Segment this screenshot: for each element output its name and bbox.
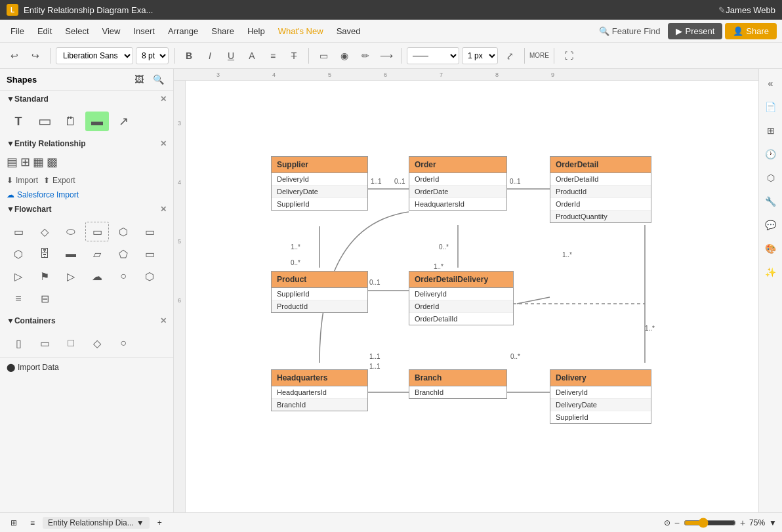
salesforce-import-button[interactable]: ☁ Salesforce Import — [0, 189, 173, 201]
fc-hex[interactable]: ⬡ — [7, 244, 30, 264]
feature-find-btn[interactable]: 🔍 Feature Find — [594, 24, 666, 39]
fc-angled[interactable]: ⬡ — [112, 222, 135, 241]
align-button[interactable]: ≡ — [264, 47, 282, 65]
magic-icon[interactable]: ✨ — [762, 263, 780, 281]
fc-list2[interactable]: ⊟ — [33, 289, 56, 308]
import-button[interactable]: ⬇ Import — [7, 176, 38, 185]
entity-order[interactable]: Order OrderId OrderDate HeadquartersId — [409, 156, 507, 211]
connection-button[interactable]: ⟶ — [377, 47, 396, 65]
fc-rounded2[interactable]: ▭ — [138, 244, 161, 264]
section-er[interactable]: ▼ Entity Relationship ✕ — [0, 135, 173, 152]
fc-flag[interactable]: ⚑ — [33, 266, 56, 286]
pages-icon[interactable]: 📄 — [762, 98, 780, 116]
zoom-slider[interactable] — [684, 518, 736, 528]
list-view-btn[interactable]: ≡ — [25, 517, 40, 529]
line-color-button[interactable]: ✏ — [356, 47, 375, 65]
entity-branch[interactable]: Branch BranchId — [409, 369, 507, 399]
palette-icon[interactable]: 🎨 — [762, 239, 780, 258]
zoom-dropdown-icon[interactable]: ▼ — [769, 518, 777, 527]
italic-button[interactable]: I — [201, 47, 219, 65]
menu-file[interactable]: File — [5, 24, 30, 39]
clock-icon[interactable]: 🕐 — [762, 145, 780, 163]
present-button[interactable]: ▶ Present — [668, 23, 722, 39]
menu-whats-new[interactable]: What's New — [273, 24, 329, 39]
er-shape-4[interactable]: ▩ — [47, 155, 58, 169]
undo-button[interactable]: ↩ — [5, 47, 24, 65]
underline-button[interactable]: U — [222, 47, 240, 65]
diagram-canvas[interactable]: 1..1 0..1 0..1 0..1 1..* 1..* 0..* 1..* … — [186, 81, 758, 512]
er-shape-1[interactable]: ▤ — [7, 155, 18, 169]
fc-cylinder[interactable]: 🗄 — [33, 244, 56, 264]
menu-view[interactable]: View — [97, 24, 126, 39]
close-standard-icon[interactable]: ✕ — [160, 94, 167, 104]
close-containers-icon[interactable]: ✕ — [160, 316, 167, 325]
collapse-right-icon[interactable]: « — [762, 74, 780, 92]
add-tab-btn[interactable]: + — [152, 517, 167, 529]
fc-rect[interactable]: ▭ — [7, 222, 30, 241]
share-button[interactable]: 👤 Share — [725, 23, 777, 39]
fc-parallel[interactable]: ▱ — [85, 244, 109, 264]
redo-button[interactable]: ↪ — [26, 47, 45, 65]
strikethrough-button[interactable]: T — [285, 47, 303, 65]
fc-shield[interactable]: ⬡ — [138, 266, 161, 286]
close-er-icon[interactable]: ✕ — [160, 139, 167, 148]
fc-trapez[interactable]: ⬠ — [112, 244, 135, 264]
shape-fill-button[interactable]: ◉ — [335, 47, 354, 65]
import-data-button[interactable]: ⬤ Import Data — [0, 357, 173, 377]
table-shape[interactable]: ▬ — [85, 112, 109, 131]
rect-shape[interactable]: ▭ — [33, 112, 56, 131]
font-family-select[interactable]: Liberation Sans — [56, 47, 133, 64]
text-shape[interactable]: T — [7, 112, 30, 131]
fullscreen-button[interactable]: ⛶ — [560, 47, 578, 65]
table-icon[interactable]: ⊞ — [762, 121, 780, 140]
shapes-search-icon[interactable]: 🔍 — [150, 73, 167, 86]
menu-arrange[interactable]: Arrange — [163, 24, 203, 39]
zoom-in-button[interactable]: + — [740, 518, 745, 528]
note-shape[interactable]: 🗒 — [59, 112, 83, 131]
cont-rect[interactable]: □ — [59, 333, 83, 353]
cont-ellipse[interactable]: ○ — [112, 333, 135, 353]
section-flowchart[interactable]: ▼ Flowchart ✕ — [0, 201, 173, 218]
fc-double[interactable]: ▬ — [59, 244, 83, 264]
export-button[interactable]: ⬆ Export — [43, 176, 75, 185]
tools-icon[interactable]: 🔧 — [762, 192, 780, 211]
fill-button[interactable]: ▭ — [314, 47, 333, 65]
er-shape-3[interactable]: ▦ — [33, 155, 44, 169]
section-standard[interactable]: ▼ Standard ✕ — [0, 91, 173, 108]
fc-arrow[interactable]: ▷ — [59, 266, 83, 286]
line-style-select[interactable]: —— — [407, 47, 459, 64]
chat-icon[interactable]: 💬 — [762, 216, 780, 234]
cont-diamond[interactable]: ◇ — [85, 333, 109, 353]
entity-headquarters[interactable]: Headquarters HeadquartersId BranchId — [271, 369, 368, 411]
current-tab[interactable]: Entity Relationship Dia... ▼ — [43, 517, 150, 529]
er-shape-2[interactable]: ⊞ — [20, 155, 30, 169]
menu-edit[interactable]: Edit — [32, 24, 57, 39]
fc-rounded[interactable]: ▭ — [138, 222, 161, 241]
cont-horizontal[interactable]: ▭ — [33, 333, 56, 353]
fc-circle[interactable]: ○ — [112, 266, 135, 286]
fc-round[interactable]: ⬭ — [59, 222, 83, 241]
zoom-out-button[interactable]: − — [674, 518, 680, 528]
entity-orderdetaildelivery[interactable]: OrderDetailDelivery DeliveryId OrderId O… — [409, 271, 514, 325]
fc-cloud[interactable]: ☁ — [85, 266, 109, 286]
edit-title-icon[interactable]: ✎ — [718, 5, 726, 15]
font-size-select[interactable]: 8 pt 10 pt 12 pt — [136, 47, 169, 64]
cont-vertical[interactable]: ▯ — [7, 333, 30, 353]
menu-insert[interactable]: Insert — [128, 24, 160, 39]
fc-delay[interactable]: ▷ — [7, 266, 30, 286]
canvas-area[interactable]: 3 4 5 6 7 8 9 3 4 5 6 — [174, 69, 758, 512]
fc-dashed-rect[interactable]: ▭ — [85, 222, 109, 241]
menu-select[interactable]: Select — [60, 24, 94, 39]
entity-supplier[interactable]: Supplier DeliveryId DeliveryDate Supplie… — [271, 156, 368, 211]
shapes-image-icon[interactable]: 🖼 — [132, 73, 146, 86]
grid-view-btn[interactable]: ⊞ — [5, 517, 22, 529]
section-containers[interactable]: ▼ Containers ✕ — [0, 312, 173, 329]
entity-delivery[interactable]: Delivery DeliveryId DeliveryDate Supplie… — [550, 369, 651, 424]
close-flowchart-icon[interactable]: ✕ — [160, 205, 167, 214]
bold-button[interactable]: B — [180, 47, 198, 65]
menu-help[interactable]: Help — [242, 24, 270, 39]
menu-share[interactable]: Share — [206, 24, 239, 39]
fc-list[interactable]: ≡ — [7, 289, 30, 308]
fc-diamond[interactable]: ◇ — [33, 222, 56, 241]
connector-type-button[interactable]: ⤤ — [501, 47, 519, 65]
